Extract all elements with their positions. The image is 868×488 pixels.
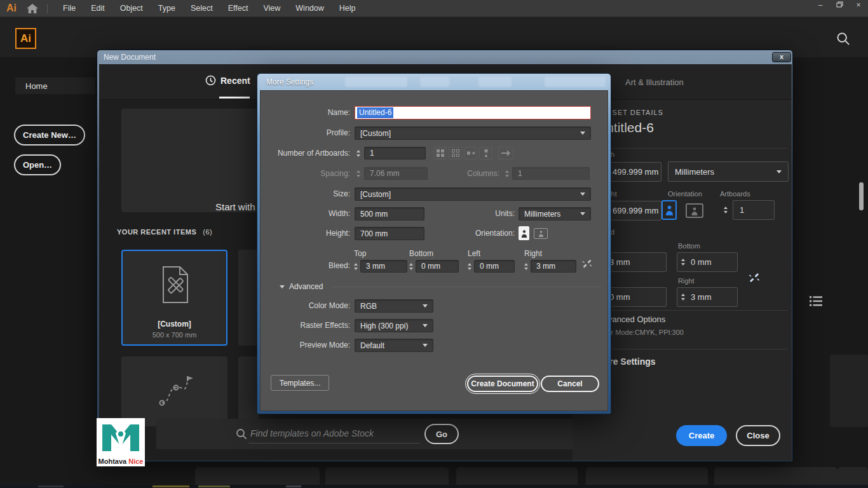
- artboards-stepper[interactable]: [721, 200, 730, 220]
- mohtava-logo-icon: [101, 421, 140, 451]
- template-card[interactable]: [195, 467, 320, 486]
- profile-select[interactable]: [Custom]: [355, 126, 591, 140]
- menu-edit[interactable]: Edit: [83, 0, 112, 17]
- stepper[interactable]: [468, 263, 471, 270]
- artboards-stepper[interactable]: [355, 147, 362, 159]
- orientation-portrait-button[interactable]: [519, 226, 529, 240]
- orientation-label: Orientation:: [425, 229, 515, 238]
- recent-item-strategy[interactable]: [121, 356, 227, 426]
- close-icon[interactable]: ×: [849, 0, 868, 12]
- size-label: Size:: [261, 189, 350, 198]
- stepper[interactable]: [681, 259, 685, 266]
- create-document-button[interactable]: Create Document: [467, 376, 538, 392]
- recent-item-size: 500 x 700 mm: [123, 331, 226, 339]
- units-select[interactable]: Millimeters: [668, 161, 789, 182]
- minimize-icon[interactable]: –: [811, 0, 830, 12]
- raster-effects-select[interactable]: High (300 ppi): [355, 319, 433, 332]
- landscape-person-icon: [538, 230, 544, 237]
- width-input[interactable]: 500 mm: [355, 207, 424, 220]
- layout-direction-icon: [498, 147, 513, 159]
- bleed-right-label: Right: [678, 277, 695, 285]
- units-select[interactable]: Millimeters: [519, 207, 591, 220]
- stepper[interactable]: [409, 263, 413, 270]
- titlebar-glass-ghost: [345, 77, 407, 87]
- close-button[interactable]: Close: [736, 425, 780, 446]
- portrait-person-icon: [521, 229, 527, 238]
- chevron-down-icon: [580, 212, 585, 215]
- menu-effect[interactable]: Effect: [220, 0, 256, 17]
- stepper[interactable]: [354, 263, 358, 270]
- menu-type[interactable]: Type: [151, 0, 183, 17]
- name-input[interactable]: Untitled-6: [355, 106, 591, 119]
- template-card[interactable]: [714, 467, 837, 486]
- bleed-bottom-input[interactable]: 0 mm: [409, 259, 459, 273]
- stepper[interactable]: [524, 263, 528, 270]
- broken-link-icon[interactable]: [748, 271, 761, 287]
- color-mode-select[interactable]: RGB: [355, 299, 433, 313]
- template-card[interactable]: [456, 467, 578, 486]
- create-button[interactable]: Create: [676, 425, 727, 446]
- bleed-top-input[interactable]: 3 mm: [354, 259, 407, 273]
- profile-label: Profile:: [261, 128, 350, 137]
- height-input[interactable]: 700 mm: [355, 227, 424, 240]
- recent-item-custom[interactable]: [Custom] 500 x 700 mm: [121, 250, 227, 346]
- go-button[interactable]: Go: [424, 424, 459, 444]
- bleed-left-input[interactable]: 0 mm: [468, 259, 515, 273]
- orientation-landscape-button[interactable]: [686, 203, 703, 218]
- stock-search-input[interactable]: [250, 425, 403, 442]
- bleed-bottom-input[interactable]: 0 mm: [677, 252, 738, 272]
- template-card[interactable]: [325, 467, 449, 486]
- menu-object[interactable]: Object: [112, 0, 151, 17]
- sidebar-item-home[interactable]: Home: [15, 78, 95, 94]
- templates-button[interactable]: Templates...: [271, 375, 329, 391]
- stepper[interactable]: [681, 294, 685, 301]
- preview-mode-select[interactable]: Default: [355, 339, 433, 352]
- adobe-stock-search-bar: Go: [156, 419, 574, 449]
- bleed-right-label: Right: [524, 249, 552, 258]
- list-view-icon[interactable]: [810, 295, 822, 309]
- dialog-close-button[interactable]: x: [772, 52, 791, 62]
- menu-select[interactable]: Select: [183, 0, 220, 17]
- size-select[interactable]: [Custom]: [355, 187, 591, 201]
- menu-window[interactable]: Window: [288, 0, 331, 17]
- template-card[interactable]: [586, 467, 708, 486]
- recent-item-partial[interactable]: [238, 250, 259, 346]
- scrollbar[interactable]: [859, 182, 864, 210]
- open-button[interactable]: Open…: [14, 154, 61, 175]
- divider: [248, 443, 420, 444]
- triangle-down-icon: [280, 285, 285, 288]
- recent-item-partial[interactable]: [238, 356, 259, 426]
- artboards-input[interactable]: 1: [733, 200, 775, 220]
- advanced-section-toggle[interactable]: Advanced: [280, 282, 323, 291]
- spacing-stepper: [355, 167, 362, 180]
- search-icon[interactable]: [836, 32, 850, 48]
- columns-stepper: [503, 167, 511, 180]
- menu-view[interactable]: View: [255, 0, 288, 17]
- bleed-label: Bleed:: [261, 261, 350, 270]
- restore-icon[interactable]: [830, 0, 849, 12]
- artboards-label: Artboards: [720, 190, 750, 198]
- artboards-input[interactable]: 1: [364, 147, 426, 159]
- create-new-button[interactable]: Create New…: [14, 125, 85, 146]
- bleed-right-input[interactable]: 3 mm: [524, 259, 576, 273]
- bleed-left-label: Left: [468, 249, 493, 258]
- orientation-landscape-button[interactable]: [534, 228, 548, 239]
- cancel-button[interactable]: Cancel: [541, 376, 599, 392]
- watermark-text: MohtavaNice: [97, 458, 145, 465]
- broken-link-icon[interactable]: [581, 258, 593, 272]
- width-label: Width:: [261, 209, 350, 218]
- units-label: Units:: [425, 209, 515, 218]
- menu-file[interactable]: File: [55, 0, 83, 17]
- bleed-right-input[interactable]: 3 mm: [677, 287, 738, 307]
- home-icon[interactable]: [27, 4, 38, 13]
- chevron-down-icon: [580, 132, 585, 135]
- tab-recent[interactable]: Recent: [205, 75, 250, 86]
- recent-items-count: (6): [203, 228, 212, 236]
- clock-icon: [205, 75, 216, 86]
- menu-help[interactable]: Help: [332, 0, 363, 17]
- portrait-person-icon: [665, 205, 674, 215]
- tab-art-illustration[interactable]: Art & Illustration: [625, 78, 684, 87]
- background-card: [837, 467, 868, 485]
- chevron-down-icon: [580, 193, 585, 196]
- orientation-portrait-button[interactable]: [661, 200, 677, 220]
